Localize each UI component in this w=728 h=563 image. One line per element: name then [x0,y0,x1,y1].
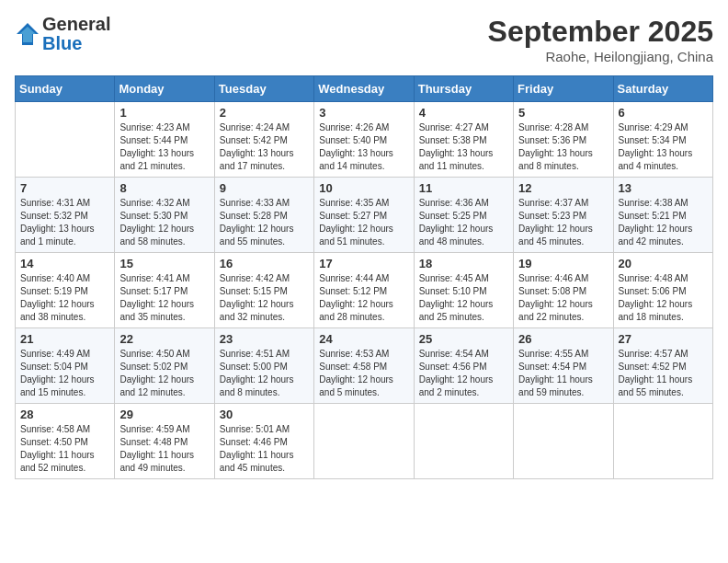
calendar-table: SundayMondayTuesdayWednesdayThursdayFrid… [15,75,713,479]
calendar-cell: 29Sunrise: 4:59 AMSunset: 4:48 PMDayligh… [115,404,214,479]
day-number: 23 [220,332,309,346]
calendar-cell: 2Sunrise: 4:24 AMSunset: 5:42 PMDaylight… [214,102,313,178]
day-info: Sunrise: 4:58 AMSunset: 4:50 PMDaylight:… [20,423,109,475]
day-number: 5 [518,106,608,120]
month-title: September 2025 [488,15,713,49]
calendar-cell: 7Sunrise: 4:31 AMSunset: 5:32 PMDaylight… [16,178,115,253]
day-number: 4 [419,106,508,120]
day-of-week-header: Monday [115,76,214,102]
day-number: 12 [518,181,608,195]
calendar-cell: 14Sunrise: 4:40 AMSunset: 5:19 PMDayligh… [16,253,115,328]
day-info: Sunrise: 4:51 AMSunset: 5:00 PMDaylight:… [220,348,309,399]
day-number: 7 [20,181,109,195]
day-number: 29 [119,408,209,421]
calendar-week-row: 7Sunrise: 4:31 AMSunset: 5:32 PMDaylight… [16,178,713,253]
day-of-week-header: Friday [514,76,613,102]
calendar-cell [514,404,613,479]
calendar-cell: 4Sunrise: 4:27 AMSunset: 5:38 PMDaylight… [414,102,513,178]
calendar-cell: 9Sunrise: 4:33 AMSunset: 5:28 PMDaylight… [214,178,313,253]
day-number: 24 [319,332,408,346]
logo: General Blue [15,15,110,53]
day-number: 11 [419,181,508,195]
calendar-cell [16,102,115,178]
day-number: 30 [220,408,309,421]
day-info: Sunrise: 4:59 AMSunset: 4:48 PMDaylight:… [119,423,209,475]
day-number: 2 [220,106,309,120]
day-info: Sunrise: 4:24 AMSunset: 5:42 PMDaylight:… [220,121,309,173]
day-info: Sunrise: 4:23 AMSunset: 5:44 PMDaylight:… [119,121,209,173]
day-info: Sunrise: 4:31 AMSunset: 5:32 PMDaylight:… [20,197,109,248]
day-info: Sunrise: 4:48 AMSunset: 5:06 PMDaylight:… [619,272,708,324]
day-number: 3 [319,106,408,120]
day-number: 27 [619,332,708,346]
logo-blue: Blue [42,33,82,53]
day-of-week-header: Wednesday [314,76,414,102]
calendar-cell: 27Sunrise: 4:57 AMSunset: 4:52 PMDayligh… [613,328,712,404]
logo-general: General [42,14,110,34]
day-number: 21 [20,332,109,346]
day-info: Sunrise: 4:41 AMSunset: 5:17 PMDaylight:… [119,272,209,324]
day-number: 18 [419,257,508,270]
day-number: 22 [119,332,209,346]
location-subtitle: Raohe, Heilongjiang, China [488,49,713,64]
day-info: Sunrise: 4:44 AMSunset: 5:12 PMDaylight:… [319,272,408,324]
calendar-cell: 17Sunrise: 4:44 AMSunset: 5:12 PMDayligh… [314,253,414,328]
calendar-cell: 19Sunrise: 4:46 AMSunset: 5:08 PMDayligh… [514,253,613,328]
day-info: Sunrise: 4:42 AMSunset: 5:15 PMDaylight:… [220,272,309,324]
calendar-cell: 11Sunrise: 4:36 AMSunset: 5:25 PMDayligh… [414,178,513,253]
day-info: Sunrise: 4:28 AMSunset: 5:36 PMDaylight:… [518,121,608,173]
calendar-cell: 25Sunrise: 4:54 AMSunset: 4:56 PMDayligh… [414,328,513,404]
day-info: Sunrise: 5:01 AMSunset: 4:46 PMDaylight:… [220,423,309,475]
calendar-cell: 10Sunrise: 4:35 AMSunset: 5:27 PMDayligh… [314,178,414,253]
day-info: Sunrise: 4:53 AMSunset: 4:58 PMDaylight:… [319,348,408,399]
day-info: Sunrise: 4:46 AMSunset: 5:08 PMDaylight:… [518,272,608,324]
calendar-cell: 13Sunrise: 4:38 AMSunset: 5:21 PMDayligh… [613,178,712,253]
calendar-cell: 16Sunrise: 4:42 AMSunset: 5:15 PMDayligh… [214,253,313,328]
day-info: Sunrise: 4:26 AMSunset: 5:40 PMDaylight:… [319,121,408,173]
day-info: Sunrise: 4:54 AMSunset: 4:56 PMDaylight:… [419,348,508,399]
calendar-cell: 21Sunrise: 4:49 AMSunset: 5:04 PMDayligh… [16,328,115,404]
calendar-cell: 6Sunrise: 4:29 AMSunset: 5:34 PMDaylight… [613,102,712,178]
day-number: 16 [220,257,309,270]
title-block: September 2025 Raohe, Heilongjiang, Chin… [488,15,713,64]
day-number: 1 [119,106,209,120]
calendar-cell [414,404,513,479]
day-number: 14 [20,257,109,270]
calendar-cell: 23Sunrise: 4:51 AMSunset: 5:00 PMDayligh… [214,328,313,404]
day-number: 17 [319,257,408,270]
day-info: Sunrise: 4:38 AMSunset: 5:21 PMDaylight:… [619,197,708,248]
day-of-week-header: Thursday [414,76,513,102]
calendar-cell: 8Sunrise: 4:32 AMSunset: 5:30 PMDaylight… [115,178,214,253]
calendar-cell: 28Sunrise: 4:58 AMSunset: 4:50 PMDayligh… [16,404,115,479]
day-info: Sunrise: 4:29 AMSunset: 5:34 PMDaylight:… [619,121,708,173]
calendar-cell: 30Sunrise: 5:01 AMSunset: 4:46 PMDayligh… [214,404,313,479]
day-number: 8 [119,181,209,195]
calendar-cell: 12Sunrise: 4:37 AMSunset: 5:23 PMDayligh… [514,178,613,253]
day-info: Sunrise: 4:55 AMSunset: 4:54 PMDaylight:… [518,348,608,399]
day-number: 28 [20,408,109,421]
day-number: 26 [518,332,608,346]
day-number: 10 [319,181,408,195]
calendar-cell: 22Sunrise: 4:50 AMSunset: 5:02 PMDayligh… [115,328,214,404]
calendar-cell [613,404,712,479]
day-info: Sunrise: 4:50 AMSunset: 5:02 PMDaylight:… [119,348,209,399]
day-info: Sunrise: 4:37 AMSunset: 5:23 PMDaylight:… [518,197,608,248]
day-info: Sunrise: 4:57 AMSunset: 4:52 PMDaylight:… [619,348,708,399]
day-of-week-header: Sunday [16,76,115,102]
calendar-cell: 26Sunrise: 4:55 AMSunset: 4:54 PMDayligh… [514,328,613,404]
day-number: 19 [518,257,608,270]
day-number: 15 [119,257,209,270]
day-number: 6 [619,106,708,120]
calendar-cell: 3Sunrise: 4:26 AMSunset: 5:40 PMDaylight… [314,102,414,178]
calendar-header-row: SundayMondayTuesdayWednesdayThursdayFrid… [16,76,713,102]
day-info: Sunrise: 4:35 AMSunset: 5:27 PMDaylight:… [319,197,408,248]
calendar-cell: 24Sunrise: 4:53 AMSunset: 4:58 PMDayligh… [314,328,414,404]
calendar-cell: 18Sunrise: 4:45 AMSunset: 5:10 PMDayligh… [414,253,513,328]
calendar-cell: 1Sunrise: 4:23 AMSunset: 5:44 PMDaylight… [115,102,214,178]
day-info: Sunrise: 4:36 AMSunset: 5:25 PMDaylight:… [419,197,508,248]
day-number: 25 [419,332,508,346]
day-of-week-header: Tuesday [214,76,313,102]
day-of-week-header: Saturday [613,76,712,102]
calendar-cell [314,404,414,479]
calendar-week-row: 21Sunrise: 4:49 AMSunset: 5:04 PMDayligh… [16,328,713,404]
